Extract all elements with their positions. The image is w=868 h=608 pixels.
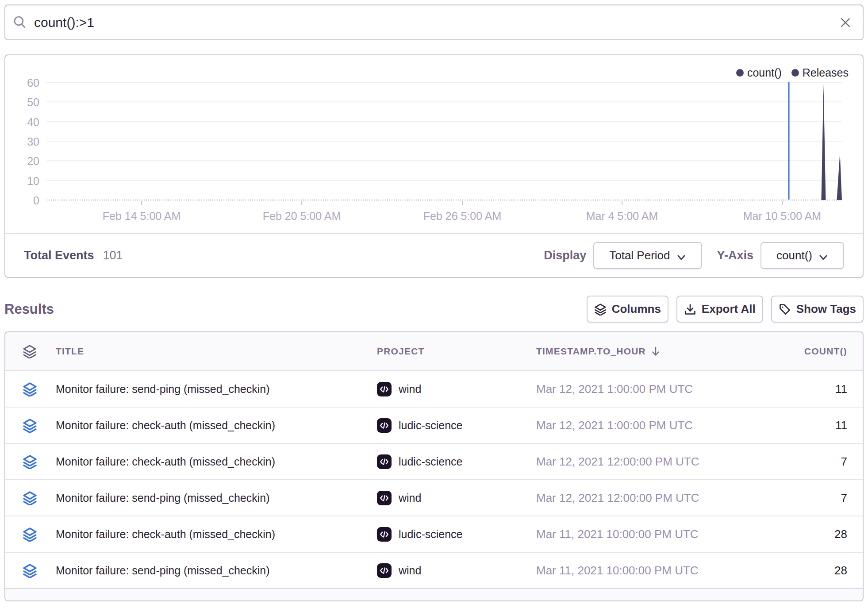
row-title: Monitor failure: check-auth (missed_chec…: [56, 455, 377, 468]
table-body: Monitor failure: send-ping (missed_check…: [5, 371, 863, 589]
row-timestamp: Mar 12, 2021 12:00:00 PM UTC: [536, 455, 765, 469]
chart-canvas: 0102030405060Feb 14 5:00 AMFeb 20 5:00 A…: [5, 55, 863, 233]
display-dropdown-value: Total Period: [609, 249, 670, 262]
export-all-button[interactable]: Export All: [676, 296, 763, 323]
stack-icon: [594, 303, 607, 316]
stack-icon: [23, 563, 37, 578]
header-project-label: PROJECT: [377, 346, 425, 357]
legend-dot-count-icon: [736, 69, 744, 77]
stack-icon: [23, 344, 37, 358]
row-project: ludic-science: [377, 454, 536, 469]
stack-icon: [23, 418, 37, 433]
svg-text:50: 50: [27, 96, 39, 108]
yaxis-dropdown-value: count(): [776, 249, 812, 262]
table-row[interactable]: Monitor failure: check-auth (missed_chec…: [5, 444, 863, 480]
legend-label-count: count(): [747, 66, 782, 79]
results-buttons: Columns Export All: [587, 296, 864, 323]
row-project-name: ludic-science: [399, 455, 463, 468]
row-title: Monitor failure: send-ping (missed_check…: [56, 383, 377, 396]
table-row[interactable]: Monitor failure: send-ping (missed_check…: [5, 371, 863, 408]
row-count: 11: [765, 382, 863, 396]
export-all-button-label: Export All: [702, 302, 756, 316]
legend-label-releases: Releases: [803, 66, 849, 79]
row-icon-cell: [5, 527, 56, 542]
row-title: Monitor failure: send-ping (missed_check…: [56, 492, 377, 504]
row-timestamp: Mar 11, 2021 10:00:00 PM UTC: [536, 564, 765, 577]
svg-text:Feb 26 5:00 AM: Feb 26 5:00 AM: [423, 210, 502, 222]
table-row[interactable]: Monitor failure: check-auth (missed_chec…: [5, 408, 863, 444]
legend-item-count[interactable]: count(): [736, 66, 782, 79]
chevron-down-icon: [676, 252, 686, 262]
svg-text:0: 0: [33, 194, 39, 207]
chart-controls: Display Total Period Y-Axis count(): [544, 242, 844, 269]
header-cell-project[interactable]: PROJECT: [377, 346, 536, 357]
table-footer-strip: [5, 589, 863, 600]
display-dropdown[interactable]: Total Period: [593, 242, 702, 269]
download-icon: [684, 303, 696, 316]
yaxis-dropdown[interactable]: count(): [760, 242, 844, 269]
table-row[interactable]: Monitor failure: send-ping (missed_check…: [5, 480, 863, 516]
svg-text:Mar 4 5:00 AM: Mar 4 5:00 AM: [586, 210, 658, 222]
table-row[interactable]: Monitor failure: send-ping (missed_check…: [5, 553, 863, 589]
tag-icon: [779, 303, 791, 316]
legend-dot-releases-icon: [791, 69, 799, 77]
svg-text:10: 10: [27, 175, 39, 187]
stack-icon: [23, 454, 37, 469]
columns-button-label: Columns: [612, 302, 661, 316]
code-platform-icon: [377, 382, 392, 396]
stack-icon: [23, 491, 37, 505]
row-icon-cell: [5, 382, 56, 396]
row-icon-cell: [5, 418, 56, 433]
legend-item-releases[interactable]: Releases: [791, 66, 849, 79]
header-cell-title[interactable]: TITLE: [56, 346, 377, 357]
row-timestamp: Mar 12, 2021 12:00:00 PM UTC: [536, 491, 765, 505]
row-count: 28: [765, 564, 863, 577]
header-count-label: COUNT(): [804, 346, 847, 357]
row-project-name: wind: [399, 383, 421, 396]
row-project-name: ludic-science: [399, 419, 463, 432]
results-table: TITLE PROJECT TIMESTAMP.TO_HOUR COUNT(): [4, 331, 864, 601]
row-project-name: wind: [399, 492, 421, 504]
sort-desc-arrow-icon: [650, 346, 661, 357]
show-tags-button[interactable]: Show Tags: [771, 296, 864, 323]
svg-text:60: 60: [27, 77, 39, 89]
search-bar: [4, 4, 864, 40]
row-count: 28: [765, 527, 863, 541]
row-icon-cell: [5, 563, 56, 578]
code-platform-icon: [377, 563, 392, 578]
row-project: wind: [377, 563, 536, 578]
svg-text:20: 20: [27, 155, 39, 167]
svg-text:Feb 14 5:00 AM: Feb 14 5:00 AM: [103, 210, 181, 222]
svg-text:Mar 10 5:00 AM: Mar 10 5:00 AM: [743, 210, 821, 222]
header-cell-icon: [5, 344, 56, 358]
row-count: 7: [765, 455, 863, 469]
page: 0102030405060Feb 14 5:00 AMFeb 20 5:00 A…: [4, 4, 864, 601]
total-events: Total Events 101: [24, 249, 123, 262]
code-platform-icon: [377, 491, 392, 505]
show-tags-button-label: Show Tags: [796, 302, 856, 316]
search-input[interactable]: [27, 5, 840, 39]
row-project: ludic-science: [377, 418, 536, 433]
row-project-name: wind: [399, 564, 421, 577]
row-title: Monitor failure: send-ping (missed_check…: [56, 564, 377, 577]
header-cell-timestamp[interactable]: TIMESTAMP.TO_HOUR: [536, 346, 765, 357]
results-title: Results: [4, 301, 54, 317]
row-timestamp: Mar 12, 2021 1:00:00 PM UTC: [536, 382, 765, 396]
row-timestamp: Mar 12, 2021 1:00:00 PM UTC: [536, 419, 765, 432]
row-count: 7: [765, 491, 863, 505]
header-cell-count[interactable]: COUNT(): [765, 346, 863, 357]
code-platform-icon: [377, 527, 392, 542]
svg-text:Feb 20 5:00 AM: Feb 20 5:00 AM: [263, 210, 341, 222]
code-platform-icon: [377, 418, 392, 433]
events-chart[interactable]: 0102030405060Feb 14 5:00 AMFeb 20 5:00 A…: [5, 55, 863, 233]
columns-button[interactable]: Columns: [587, 296, 668, 323]
results-header: Results Columns: [4, 296, 864, 323]
row-project: ludic-science: [377, 527, 536, 542]
code-platform-icon: [377, 454, 392, 469]
table-row[interactable]: Monitor failure: check-auth (missed_chec…: [5, 516, 863, 553]
stack-icon: [23, 382, 37, 396]
row-project: wind: [377, 491, 536, 505]
chart-legend: count() Releases: [736, 66, 849, 79]
svg-text:30: 30: [27, 135, 39, 148]
close-icon[interactable]: [840, 17, 851, 28]
